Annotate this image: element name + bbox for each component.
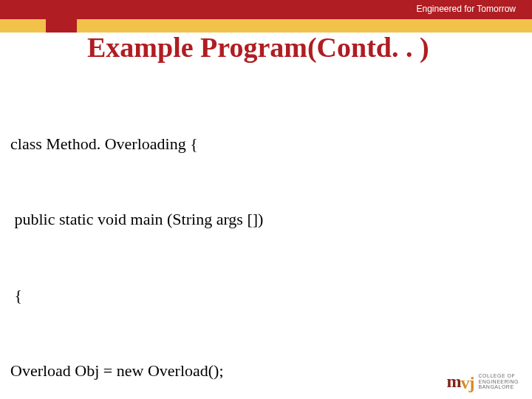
logo-line: BANGALORE [478,384,519,389]
code-block: class Method. Overloading { public stati… [10,81,514,399]
title-corner-box [46,0,77,33]
logo-main-letter: m [446,372,460,391]
logo-subtext: COLLEGE OF ENGINEERING BANGALORE [478,373,519,389]
code-line: Overload Obj = new Overload(); [10,358,514,383]
logo-line: COLLEGE OF [478,373,519,378]
slide-title: Example Program(Contd. . ) [87,31,429,64]
logo-line: ENGINEERING [478,379,519,384]
header-tagline: Engineered for Tomorrow [416,4,516,14]
slide: Engineered for Tomorrow Example Program(… [0,0,532,399]
logo-mark: mvj [446,372,474,392]
code-line: class Method. Overloading { [10,132,514,157]
code-line: public static void main (String args []) [10,207,514,232]
logo-accent-letters: vj [460,373,474,393]
footer-logo: mvj COLLEGE OF ENGINEERING BANGALORE [446,372,519,392]
code-line: { [10,283,514,308]
